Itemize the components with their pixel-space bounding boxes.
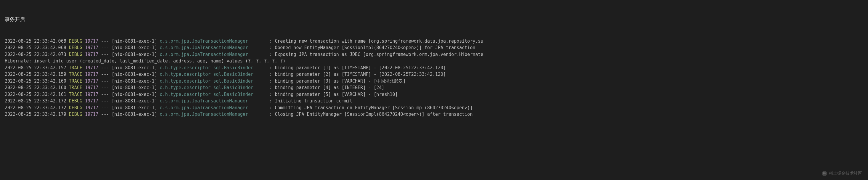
- section-header: 事务开启: [5, 16, 863, 23]
- log-level: TRACE: [69, 84, 82, 91]
- log-line: 2022-08-25 22:33:42.172 DEBUG 19717 --- …: [5, 98, 863, 104]
- log-separator: ---: [98, 98, 112, 104]
- log-line: 2022-08-25 22:33:42.157 TRACE 19717 --- …: [5, 64, 863, 71]
- log-message: : Opened new EntityManager [SessionImpl(…: [270, 44, 475, 51]
- log-timestamp: 2022-08-25 22:33:42.073: [5, 51, 69, 58]
- log-line: 2022-08-25 22:33:42.159 TRACE 19717 --- …: [5, 71, 863, 78]
- log-thread: [nio-8081-exec-1]: [112, 64, 160, 71]
- log-timestamp: 2022-08-25 22:33:42.172: [5, 98, 69, 104]
- log-line: 2022-08-25 22:33:42.073 DEBUG 19717 --- …: [5, 51, 863, 58]
- log-message: : binding parameter [2] as [TIMESTAMP] -…: [270, 71, 446, 78]
- log-timestamp: 2022-08-25 22:33:42.161: [5, 91, 69, 98]
- log-level: TRACE: [69, 64, 82, 71]
- log-thread: [nio-8081-exec-1]: [112, 38, 160, 45]
- log-level: DEBUG: [69, 111, 82, 118]
- log-line: 2022-08-25 22:33:42.160 TRACE 19717 --- …: [5, 84, 863, 91]
- log-line: 2022-08-25 22:33:42.179 DEBUG 19717 --- …: [5, 111, 863, 118]
- log-message: : binding parameter [5] as [VARCHAR] - […: [270, 91, 398, 98]
- log-message: : Initiating transaction commit: [270, 98, 352, 104]
- log-timestamp: 2022-08-25 22:33:42.159: [5, 71, 69, 78]
- log-lines-container: 2022-08-25 22:33:42.068 DEBUG 19717 --- …: [5, 38, 863, 118]
- log-level: DEBUG: [69, 104, 82, 111]
- log-logger: o.s.orm.jpa.JpaTransactionManager: [160, 38, 267, 45]
- log-pid: 19717: [85, 111, 98, 118]
- log-pid: 19717: [85, 78, 98, 85]
- log-thread: [nio-8081-exec-1]: [112, 84, 160, 91]
- log-message: : Committing JPA transaction on EntityMa…: [270, 104, 472, 111]
- log-level: DEBUG: [69, 98, 82, 104]
- log-pid: 19717: [85, 98, 98, 104]
- log-logger: o.h.type.descriptor.sql.BasicBinder: [160, 78, 267, 85]
- watermark: 稀 稀土掘金技术社区: [822, 170, 862, 176]
- log-timestamp: 2022-08-25 22:33:42.157: [5, 64, 69, 71]
- log-level: DEBUG: [69, 51, 82, 58]
- hibernate-sql-line: Hibernate: insert into user (created_dat…: [5, 58, 863, 64]
- log-message: : binding parameter [1] as [TIMESTAMP] -…: [270, 64, 446, 71]
- log-pid: 19717: [85, 104, 98, 111]
- log-thread: [nio-8081-exec-1]: [112, 91, 160, 98]
- log-thread: [nio-8081-exec-1]: [112, 98, 160, 104]
- log-pid: 19717: [85, 51, 98, 58]
- log-timestamp: 2022-08-25 22:33:42.172: [5, 104, 69, 111]
- watermark-text: 稀土掘金技术社区: [829, 170, 862, 176]
- log-message: : Creating new transaction with name [or…: [270, 38, 483, 45]
- log-logger: o.s.orm.jpa.JpaTransactionManager: [160, 98, 267, 104]
- log-message: : binding parameter [3] as [VARCHAR] - […: [270, 78, 406, 85]
- watermark-icon: 稀: [822, 171, 827, 176]
- log-level: TRACE: [69, 91, 82, 98]
- log-line: 2022-08-25 22:33:42.160 TRACE 19717 --- …: [5, 78, 863, 85]
- log-level: TRACE: [69, 71, 82, 78]
- log-logger: o.h.type.descriptor.sql.BasicBinder: [160, 64, 267, 71]
- log-separator: ---: [98, 111, 112, 118]
- log-separator: ---: [98, 84, 112, 91]
- log-logger: o.s.orm.jpa.JpaTransactionManager: [160, 51, 267, 58]
- log-thread: [nio-8081-exec-1]: [112, 111, 160, 118]
- log-line: 2022-08-25 22:33:42.172 DEBUG 19717 --- …: [5, 104, 863, 111]
- log-level: DEBUG: [69, 44, 82, 51]
- log-separator: ---: [98, 91, 112, 98]
- log-pid: 19717: [85, 38, 98, 45]
- log-output: 事务开启 2022-08-25 22:33:42.068 DEBUG 19717…: [0, 0, 868, 127]
- log-logger: o.s.orm.jpa.JpaTransactionManager: [160, 44, 267, 51]
- log-separator: ---: [98, 71, 112, 78]
- log-timestamp: 2022-08-25 22:33:42.160: [5, 84, 69, 91]
- log-level: TRACE: [69, 78, 82, 85]
- log-logger: o.h.type.descriptor.sql.BasicBinder: [160, 91, 267, 98]
- log-timestamp: 2022-08-25 22:33:42.068: [5, 44, 69, 51]
- log-separator: ---: [98, 64, 112, 71]
- log-separator: ---: [98, 51, 112, 58]
- log-logger: o.s.orm.jpa.JpaTransactionManager: [160, 104, 267, 111]
- log-pid: 19717: [85, 84, 98, 91]
- log-thread: [nio-8081-exec-1]: [112, 78, 160, 85]
- log-message: : binding parameter [4] as [INTEGER] - […: [270, 84, 384, 91]
- log-line: 2022-08-25 22:33:42.068 DEBUG 19717 --- …: [5, 38, 863, 45]
- log-pid: 19717: [85, 44, 98, 51]
- log-logger: o.h.type.descriptor.sql.BasicBinder: [160, 71, 267, 78]
- log-message: : Closing JPA EntityManager [SessionImpl…: [270, 111, 472, 118]
- log-timestamp: 2022-08-25 22:33:42.068: [5, 38, 69, 45]
- log-separator: ---: [98, 78, 112, 85]
- log-pid: 19717: [85, 71, 98, 78]
- log-thread: [nio-8081-exec-1]: [112, 44, 160, 51]
- log-message: : Exposing JPA transaction as JDBC [org.…: [270, 51, 483, 58]
- log-timestamp: 2022-08-25 22:33:42.160: [5, 78, 69, 85]
- log-logger: o.h.type.descriptor.sql.BasicBinder: [160, 84, 267, 91]
- log-separator: ---: [98, 104, 112, 111]
- log-separator: ---: [98, 44, 112, 51]
- log-thread: [nio-8081-exec-1]: [112, 71, 160, 78]
- log-line: 2022-08-25 22:33:42.068 DEBUG 19717 --- …: [5, 44, 863, 51]
- log-separator: ---: [98, 38, 112, 45]
- log-thread: [nio-8081-exec-1]: [112, 104, 160, 111]
- log-pid: 19717: [85, 64, 98, 71]
- log-level: DEBUG: [69, 38, 82, 45]
- log-thread: [nio-8081-exec-1]: [112, 51, 160, 58]
- log-pid: 19717: [85, 91, 98, 98]
- log-logger: o.s.orm.jpa.JpaTransactionManager: [160, 111, 267, 118]
- log-timestamp: 2022-08-25 22:33:42.179: [5, 111, 69, 118]
- log-line: 2022-08-25 22:33:42.161 TRACE 19717 --- …: [5, 91, 863, 98]
